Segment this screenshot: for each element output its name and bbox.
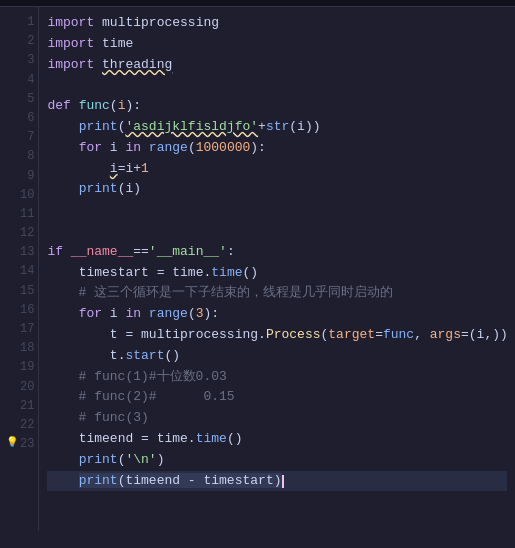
text-cursor [282,475,284,488]
token: if [47,244,63,259]
token: = [375,327,383,342]
code-line: print(timeend - timestart) [47,471,507,492]
line-number: 5 [8,90,34,109]
code-line: if __name__=='__main__': [47,242,507,263]
token: : [227,244,235,259]
token [47,431,78,446]
code-line: # func(3) [47,408,507,429]
token: print [79,119,118,134]
token [47,348,109,363]
line-number: 13 [8,243,34,262]
token [94,15,102,30]
token: target [328,327,375,342]
token: ( [188,306,196,321]
token: multiprocessing [102,15,219,30]
line-number: 8 [8,147,34,166]
token [63,244,71,259]
line-number: 12 [8,224,34,243]
token: - [180,473,203,488]
token: . [188,431,196,446]
token: multiprocessing [141,327,258,342]
lightbulb-icon[interactable]: 💡 [6,435,18,451]
token: =( [461,327,477,342]
line-number: 10 [8,186,34,205]
line-number: 14 [8,262,34,281]
token [47,119,78,134]
token: timestart [203,473,273,488]
code-line: # 这三个循环是一下子结束的，线程是几乎同时启动的 [47,283,507,304]
token: range [149,306,188,321]
token [141,140,149,155]
token: ) [133,181,141,196]
code-line: # func(2)# 0.15 [47,387,507,408]
token [47,473,78,488]
token: timeend [125,473,180,488]
line-number: 9 [8,167,34,186]
token: 3 [196,306,204,321]
code-line: timeend = time.time() [47,429,507,450]
token: time [196,431,227,446]
line-number: 16 [8,301,34,320]
token: '\n' [125,452,156,467]
line-number: 19 [8,358,34,377]
token: i [297,119,305,134]
token: ,)) [484,327,507,342]
token: ( [188,140,196,155]
token: import [47,57,94,72]
token: time [102,36,133,51]
code-line: t = multiprocessing.Process(target=func,… [47,325,507,346]
token: 1 [141,161,149,176]
token: range [149,140,188,155]
token: 1000000 [196,140,251,155]
token: ( [289,119,297,134]
token: import [47,15,94,30]
token: print [79,181,118,196]
token: # 这三个循环是一下子结束的，线程是几乎同时启动的 [47,285,393,300]
token [47,181,78,196]
code-line: for i in range(1000000): [47,138,507,159]
token: + [133,161,141,176]
file-breadcrumb [0,0,515,7]
token: i [110,161,118,176]
token: Process [266,327,321,342]
token: () [164,348,180,363]
code-line: timestart = time.time() [47,263,507,284]
token: ( [110,98,118,113]
token: i [102,306,125,321]
token: print [79,473,118,488]
line-number: 15 [8,282,34,301]
code-line: # func(1)#十位数0.03 [47,367,507,388]
token [94,57,102,72]
token: == [133,244,149,259]
token [71,98,79,113]
code-line: print(i) [47,179,507,200]
token: __name__ [71,244,133,259]
line-number: 4 [8,71,34,90]
line-number: 6 [8,109,34,128]
line-number: 22 [8,416,34,435]
token: t [110,327,118,342]
token: time [172,265,203,280]
token: ) [157,452,165,467]
token [47,265,78,280]
token [47,161,109,176]
token: ): [125,98,141,113]
code-line: def func(i): [47,96,507,117]
code-line: print('asdijklfisldjfo'+str(i)) [47,117,507,138]
token: str [266,119,289,134]
code-line: print('\n') [47,450,507,471]
token: timestart [79,265,149,280]
code-line [47,75,507,96]
token: = [118,327,141,342]
line-number: 21 [8,397,34,416]
code-line [47,221,507,242]
token: = [133,431,156,446]
line-number: 11 [8,205,34,224]
code-line: t.start() [47,346,507,367]
code-line: import time [47,34,507,55]
code-line [47,200,507,221]
token [47,327,109,342]
code-content[interactable]: import multiprocessingimport timeimport … [39,7,515,531]
token: time [157,431,188,446]
token: in [125,140,141,155]
